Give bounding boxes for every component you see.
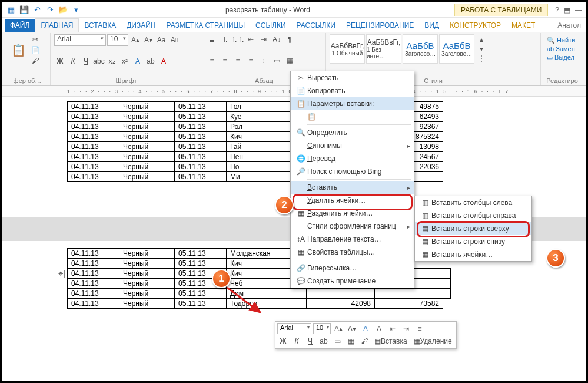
- tab-mailings[interactable]: РАССЫЛКИ: [291, 19, 341, 32]
- open-icon[interactable]: 📂: [58, 5, 68, 15]
- table-cell[interactable]: 04.11.13: [68, 249, 119, 259]
- font-name-select[interactable]: Arial: [54, 34, 106, 46]
- save-icon[interactable]: 💾: [19, 5, 29, 15]
- bold-icon[interactable]: Ж: [54, 56, 66, 67]
- account-name[interactable]: Анатол: [553, 19, 586, 32]
- strike-icon[interactable]: abc: [93, 56, 105, 67]
- undo-icon[interactable]: ↶: [32, 5, 42, 15]
- ctx-paste-icon-row[interactable]: 📋: [291, 110, 414, 123]
- table-cell[interactable]: Черный: [119, 269, 175, 279]
- outdent-icon[interactable]: ⇤: [387, 323, 398, 334]
- tab-file[interactable]: ФАЙЛ: [5, 19, 35, 32]
- text-effects-icon[interactable]: A: [132, 56, 144, 67]
- ctx-insert-rows-below[interactable]: ▤Вставить строки снизу: [415, 235, 531, 248]
- shrink-font-icon[interactable]: A▾: [346, 323, 358, 334]
- font-color-icon[interactable]: A: [158, 56, 170, 67]
- table-cell[interactable]: Черный: [119, 112, 175, 122]
- styles-up-icon[interactable]: ▴: [476, 35, 487, 44]
- justify-icon[interactable]: ≡: [245, 55, 257, 66]
- shading-icon[interactable]: ▭: [271, 55, 283, 66]
- table-cell[interactable]: 04.11.13: [68, 122, 119, 132]
- highlight-icon[interactable]: ab: [318, 336, 330, 346]
- table-cell[interactable]: [443, 279, 451, 289]
- tab-page-layout[interactable]: РАЗМЕТКА СТРАНИЦЫ: [161, 19, 251, 32]
- format-painter-icon[interactable]: 🖌: [358, 336, 370, 346]
- ctx-bing-search[interactable]: 🔎Поиск с помощью Bing: [291, 165, 414, 178]
- table-cell[interactable]: 05.11.13: [175, 142, 227, 152]
- table-cell[interactable]: Черный: [119, 299, 175, 309]
- style-no-spacing[interactable]: АаБбВвГг,1 Без инте…: [366, 34, 401, 64]
- table-cell[interactable]: Черный: [119, 289, 175, 299]
- shading-icon[interactable]: ▭: [331, 336, 343, 346]
- grow-font-icon[interactable]: A▴: [129, 35, 141, 45]
- numbering-icon[interactable]: ⒈: [219, 34, 231, 45]
- sort-icon[interactable]: A↓: [271, 34, 283, 45]
- mini-size-select[interactable]: 10: [313, 323, 331, 334]
- table-cell[interactable]: 04.11.13: [68, 299, 119, 309]
- italic-icon[interactable]: К: [67, 56, 79, 67]
- word-icon[interactable]: ▦: [6, 5, 16, 15]
- table-cell[interactable]: Черный: [119, 122, 175, 132]
- cut-icon[interactable]: ✂: [29, 34, 41, 45]
- mini-font-select[interactable]: Arial: [277, 323, 311, 334]
- align-right-icon[interactable]: ≡: [232, 55, 244, 66]
- underline-icon[interactable]: Ч: [304, 336, 316, 346]
- underline-icon[interactable]: Ч: [80, 56, 92, 67]
- table-cell[interactable]: 05.11.13: [175, 122, 227, 132]
- highlight-icon[interactable]: ab: [145, 56, 157, 67]
- table-cell[interactable]: Черный: [119, 142, 175, 152]
- table-cell[interactable]: 04.11.13: [68, 152, 119, 162]
- style-heading1[interactable]: АаБбВЗаголово…: [403, 34, 438, 64]
- indent-icon[interactable]: ⇥: [400, 323, 412, 334]
- table-cell[interactable]: 04.11.13: [68, 289, 119, 299]
- ctx-border-styles[interactable]: Стили оформления границ: [291, 220, 414, 233]
- style-normal[interactable]: АаБбВвГг,1 Обычный: [330, 34, 365, 64]
- style-heading2[interactable]: АаБбВЗаголово…: [439, 34, 474, 64]
- font-color-icon[interactable]: A: [373, 323, 385, 334]
- multilevel-icon[interactable]: ⒈⒈: [232, 34, 244, 45]
- bold-icon[interactable]: Ж: [277, 336, 289, 346]
- ctx-text-direction[interactable]: ↕AНаправление текста…: [291, 233, 414, 246]
- indent-icon[interactable]: ⇥: [258, 34, 270, 45]
- table-cell[interactable]: 05.11.13: [175, 162, 227, 172]
- text-effects-icon[interactable]: A: [360, 323, 371, 334]
- table-cell[interactable]: 05.11.13: [175, 172, 227, 182]
- table-cell[interactable]: Черный: [119, 172, 175, 182]
- borders-icon[interactable]: ▦: [284, 55, 295, 66]
- tab-review[interactable]: РЕЦЕНЗИРОВАНИЕ: [341, 19, 419, 32]
- table-cell[interactable]: 04.11.13: [68, 172, 119, 182]
- table-cell[interactable]: 05.11.13: [175, 289, 227, 299]
- table-cell[interactable]: 73582: [375, 299, 443, 309]
- ctx-insert-cols-left[interactable]: ▥Вставить столбцы слева: [415, 196, 531, 209]
- table-cell[interactable]: 04.11.13: [68, 132, 119, 142]
- table-cell[interactable]: Черный: [119, 132, 175, 142]
- ctx-cut[interactable]: ✂Вырезать: [291, 71, 414, 84]
- subscript-icon[interactable]: x₂: [106, 56, 118, 67]
- tab-design[interactable]: ДИЗАЙН: [121, 19, 161, 32]
- mini-delete-button[interactable]: ▦ Удаление: [411, 336, 454, 346]
- ctx-synonyms[interactable]: Синонимы: [291, 139, 414, 152]
- ctx-hyperlink[interactable]: 🔗Гиперссылка…: [291, 262, 414, 275]
- italic-icon[interactable]: К: [291, 336, 303, 346]
- outdent-icon[interactable]: ⇤: [245, 34, 257, 45]
- table-cell[interactable]: 04.11.13: [68, 162, 119, 172]
- table-cell[interactable]: 04.11.13: [68, 102, 119, 112]
- minimize-icon[interactable]: —: [575, 6, 582, 14]
- table-cell[interactable]: 42098: [307, 299, 375, 309]
- table-tools-tab[interactable]: РАБОТА С ТАБЛИЦАМИ: [454, 4, 548, 16]
- replace-button[interactable]: ab Замен: [547, 45, 577, 52]
- table-cell[interactable]: 04.11.13: [68, 259, 119, 269]
- select-button[interactable]: ▭ Выдел: [547, 54, 577, 61]
- shrink-font-icon[interactable]: A▾: [142, 35, 154, 45]
- table-cell[interactable]: 04.11.13: [68, 269, 119, 279]
- align-left-icon[interactable]: ≡: [206, 55, 218, 66]
- ctx-insert-cells[interactable]: ▦Вставить ячейки…: [415, 248, 531, 261]
- ctx-define[interactable]: 🔍Определить: [291, 126, 414, 139]
- ctx-insert[interactable]: Вставить: [291, 181, 414, 194]
- change-case-icon[interactable]: Aa: [155, 35, 167, 45]
- table-cell[interactable]: Черный: [119, 279, 175, 289]
- table-cell[interactable]: 05.11.13: [175, 102, 227, 112]
- ctx-insert-cols-right[interactable]: ▥Вставить столбцы справа: [415, 209, 531, 222]
- ribbon-collapse-icon[interactable]: ⬒: [564, 6, 570, 14]
- help-icon[interactable]: ?: [555, 6, 559, 14]
